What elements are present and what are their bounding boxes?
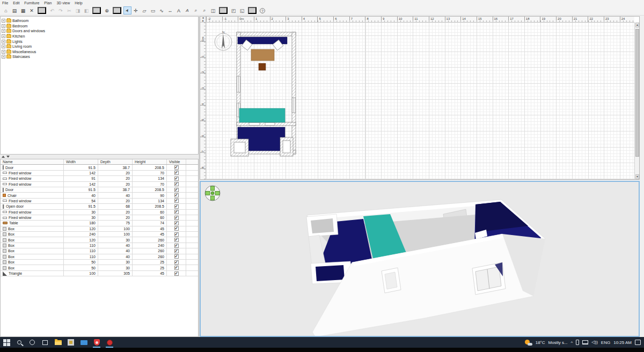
- hidden-icons-chevron[interactable]: ^: [571, 340, 573, 345]
- table-row[interactable]: Triangle 100 305 45: [1, 271, 198, 276]
- visible-checkbox[interactable]: [174, 177, 179, 181]
- catalog-category[interactable]: + Living room: [2, 44, 198, 49]
- table-row[interactable]: Table 180 75 74: [1, 221, 198, 226]
- toolbar-separator[interactable]: [92, 7, 101, 14]
- volume-icon[interactable]: ◁)): [591, 340, 597, 345]
- expand-icon[interactable]: +: [2, 29, 5, 33]
- toolbar-separator[interactable]: [113, 7, 121, 14]
- table-row[interactable]: Fixed window 30 20 60: [1, 215, 198, 221]
- weather-desc[interactable]: Mostly s...: [548, 340, 568, 345]
- navigation-compass-widget[interactable]: [203, 184, 223, 203]
- table-row[interactable]: Fixed window 91 20 134: [1, 176, 198, 181]
- network-icon[interactable]: [582, 340, 588, 344]
- paste-button[interactable]: ◧: [83, 6, 91, 14]
- app-button-blue[interactable]: [77, 337, 90, 348]
- splitter-down-icon[interactable]: [6, 156, 10, 158]
- visible-checkbox[interactable]: [174, 266, 179, 270]
- expand-icon[interactable]: +: [2, 55, 5, 58]
- preferences-button[interactable]: ✕: [28, 6, 36, 14]
- table-row[interactable]: Box 50 30 25: [1, 260, 198, 265]
- save-button[interactable]: ▦: [19, 6, 27, 14]
- menu-item[interactable]: Plan: [44, 1, 52, 5]
- scroll-up-icon[interactable]: ▲: [635, 23, 639, 27]
- menu-item[interactable]: Edit: [13, 1, 19, 5]
- catalog-category[interactable]: + Kitchen: [2, 34, 198, 39]
- add-furniture-button[interactable]: ⊕: [103, 6, 111, 14]
- file-explorer-button[interactable]: [52, 337, 64, 348]
- view-3d-panel[interactable]: [200, 181, 640, 337]
- table-row[interactable]: Box 110 40 260: [1, 254, 198, 260]
- table-row[interactable]: Box 50 30 25: [1, 265, 198, 270]
- expand-icon[interactable]: +: [2, 50, 5, 54]
- scrollbar-thumb[interactable]: [635, 29, 639, 157]
- cortana-button[interactable]: [26, 337, 39, 348]
- catalog-category[interactable]: + Bathroom: [2, 18, 198, 24]
- visible-checkbox[interactable]: [174, 254, 179, 259]
- task-view-button[interactable]: [39, 337, 52, 348]
- menu-item[interactable]: File: [2, 1, 8, 5]
- language-indicator[interactable]: ENG: [601, 340, 610, 345]
- start-button[interactable]: [0, 337, 13, 348]
- app-button-gray[interactable]: [64, 337, 77, 348]
- toolbar-separator[interactable]: [219, 7, 228, 14]
- column-header-depth[interactable]: Depth: [98, 159, 133, 164]
- weather-icon[interactable]: [525, 340, 532, 346]
- compass-icon[interactable]: N: [215, 31, 232, 50]
- table-row[interactable]: Chair 40 40 90: [1, 193, 198, 198]
- expand-icon[interactable]: +: [2, 24, 5, 28]
- open-button[interactable]: ▤: [11, 6, 19, 14]
- text-style-button[interactable]: A: [184, 6, 192, 14]
- toolbar-separator[interactable]: [38, 7, 46, 14]
- antivirus-app-button[interactable]: [90, 337, 103, 348]
- create-rooms-button[interactable]: ▭: [149, 6, 157, 14]
- table-row[interactable]: Fixed window 142 20 70: [1, 171, 198, 176]
- cut-button[interactable]: ✂: [65, 6, 74, 14]
- select-tool-button[interactable]: ➤: [123, 6, 131, 14]
- visible-checkbox[interactable]: [174, 238, 179, 242]
- expand-icon[interactable]: +: [2, 19, 5, 23]
- panel-splitter[interactable]: [0, 155, 199, 159]
- visible-checkbox[interactable]: [174, 204, 179, 209]
- aerial-view-button[interactable]: ◰: [230, 6, 238, 14]
- copy-button[interactable]: ◨: [74, 6, 82, 14]
- undo-button[interactable]: ↶: [48, 6, 56, 14]
- visible-checkbox[interactable]: [174, 244, 179, 248]
- scroll-down-icon[interactable]: ▼: [635, 174, 639, 179]
- expand-icon[interactable]: +: [2, 40, 5, 43]
- visible-checkbox[interactable]: [174, 216, 179, 220]
- catalog-category[interactable]: + Lights: [2, 39, 198, 44]
- visible-checkbox[interactable]: [174, 171, 179, 175]
- table-row[interactable]: Door 91.5 38.7 208.5: [1, 187, 198, 193]
- virtual-visit-button[interactable]: ◱: [238, 6, 246, 14]
- create-walls-button[interactable]: ▱: [141, 6, 149, 14]
- menu-item[interactable]: Help: [75, 1, 82, 5]
- menu-item[interactable]: 3D view: [56, 1, 70, 5]
- visible-checkbox[interactable]: [174, 221, 179, 225]
- catalog-category[interactable]: + Staircases: [2, 54, 198, 60]
- table-row[interactable]: Box 120 100 45: [1, 226, 198, 232]
- table-row[interactable]: Box 240 100 45: [1, 232, 198, 237]
- table-row[interactable]: Fixed window 54 20 134: [1, 199, 198, 204]
- search-button[interactable]: [13, 337, 26, 348]
- new-home-button[interactable]: ⌂: [2, 6, 10, 14]
- phone-icon[interactable]: [576, 340, 579, 345]
- vertical-panel-divider[interactable]: [199, 16, 200, 337]
- table-row[interactable]: Box 120 30 260: [1, 237, 198, 243]
- expand-icon[interactable]: +: [2, 34, 5, 38]
- table-plan-item[interactable]: [251, 49, 274, 61]
- table-row[interactable]: Open door 91.5 68 208.5: [1, 204, 198, 209]
- weather-temp[interactable]: 18°C: [536, 340, 545, 345]
- plan-vertical-scrollbar[interactable]: ▲ ▼: [634, 23, 639, 179]
- column-header-width[interactable]: Width: [64, 159, 98, 164]
- catalog-category[interactable]: + Bedroom: [2, 24, 198, 29]
- column-header-visible[interactable]: Visible: [167, 159, 186, 164]
- table-row[interactable]: Box 110 40 240: [1, 243, 198, 248]
- action-center-icon[interactable]: [635, 340, 641, 345]
- visible-checkbox[interactable]: [174, 272, 179, 276]
- table-row[interactable]: Box 110 40 260: [1, 248, 198, 254]
- visible-checkbox[interactable]: [174, 165, 179, 170]
- table-row[interactable]: Fixed window 142 20 70: [1, 182, 198, 187]
- table-row[interactable]: Door 91.5 38.7 208.5: [1, 165, 198, 170]
- visible-checkbox[interactable]: [174, 210, 179, 214]
- visible-checkbox[interactable]: [174, 260, 179, 265]
